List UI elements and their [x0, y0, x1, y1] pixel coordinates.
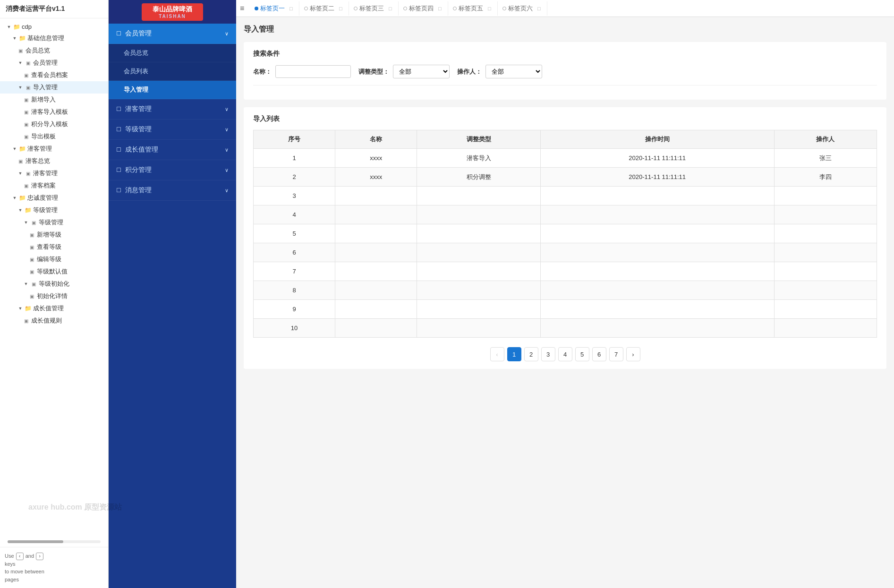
nav-item-points[interactable]: ☐ 积分管理 ∨: [109, 160, 236, 180]
sidebar-item-member-overview[interactable]: ▣ 会员总览: [0, 44, 108, 57]
sidebar-scrollbar[interactable]: [8, 540, 101, 543]
sidebar-item-prospect-template[interactable]: ▣ 潜客导入模板: [0, 106, 108, 118]
cell-time-5: [540, 224, 774, 243]
sidebar-item-import-manage[interactable]: ▼ ▣ 导入管理: [0, 81, 108, 94]
sidebar-item-growth[interactable]: ▼ 📁 成长值管理: [0, 302, 108, 315]
page-icon7: ▣: [23, 121, 29, 128]
table-header-row: 序号 名称 调整类型 操作时间 操作人: [254, 130, 877, 149]
sidebar-item-view-level[interactable]: ▣ 查看等级: [0, 241, 108, 253]
sidebar-item-member-manage[interactable]: ▼ ▣ 会员管理: [0, 57, 108, 69]
tab-close-1[interactable]: □: [288, 5, 294, 12]
table-row: 5: [254, 224, 877, 243]
cell-operator-8: [774, 281, 877, 300]
basic-info-label: 基础信息管理: [27, 34, 64, 43]
sidebar-item-prospect-manage2[interactable]: ▼ ▣ 潜客管理: [0, 167, 108, 179]
nav-label-message: 消息管理: [125, 186, 152, 195]
left-sidebar: 消费者运营平台v1.1 ▼ 📁 cdp ▼ 📁 基础信息管理 ▣ 会员总览 ▼ …: [0, 0, 109, 588]
cell-time-9: [540, 300, 774, 319]
type-select[interactable]: 全部 潜客导入 积分调整: [393, 65, 450, 78]
nav-item-growth[interactable]: ☐ 成长值管理 ∨: [109, 140, 236, 160]
tab-close-6[interactable]: □: [536, 5, 542, 12]
sidebar-item-level-init[interactable]: ▼ ▣ 等级初始化: [0, 278, 108, 290]
logo-title: 泰山品牌啤酒: [145, 5, 199, 14]
sidebar-item-loyalty[interactable]: ▼ 📁 忠诚度管理: [0, 192, 108, 204]
tab-6[interactable]: 标签页六 □: [498, 1, 547, 16]
tab-1[interactable]: 标签页一 □: [250, 1, 299, 16]
page-btn-6[interactable]: 6: [592, 347, 606, 361]
sidebar-item-level-default[interactable]: ▣ 等级默认值: [0, 265, 108, 278]
nav-item-member-list[interactable]: 会员列表: [109, 62, 236, 81]
sidebar-item-level-manage[interactable]: ▼ 📁 等级管理: [0, 204, 108, 216]
sidebar-item-prospect-overview[interactable]: ▣ 潜客总览: [0, 155, 108, 167]
tab-close-4[interactable]: □: [436, 5, 443, 12]
sidebar-item-view-member[interactable]: ▣ 查看会员档案: [0, 69, 108, 81]
nav-label-points: 积分管理: [125, 166, 152, 174]
search-row: 名称： 调整类型： 全部 潜客导入 积分调整 操作人： 全部: [253, 65, 877, 78]
checkbox-icon1: ☐: [116, 30, 121, 37]
sidebar-item-new-import[interactable]: ▣ 新增导入: [0, 94, 108, 106]
page-icon17: ▣: [30, 281, 37, 287]
sidebar-item-edit-level[interactable]: ▣ 编辑等级: [0, 253, 108, 265]
prospect-overview-label: 潜客总览: [26, 157, 50, 165]
name-input[interactable]: [275, 65, 351, 78]
cell-name-8: [335, 281, 417, 300]
col-header-name: 名称: [335, 130, 417, 149]
nav-item-level[interactable]: ☐ 等级管理 ∨: [109, 119, 236, 140]
tab-dot-1: [255, 7, 258, 10]
tab-2[interactable]: 标签页二 □: [299, 1, 349, 16]
nav-arrow3: ∨: [225, 127, 229, 133]
level-manage2-label: 等级管理: [39, 218, 63, 227]
page-btn-7[interactable]: 7: [609, 347, 623, 361]
arrow-down-icon10: ▼: [23, 281, 29, 287]
nav-item-prospect[interactable]: ☐ 潜客管理 ∨: [109, 99, 236, 119]
hamburger-icon[interactable]: ≡: [240, 4, 244, 13]
tab-close-5[interactable]: □: [486, 5, 493, 12]
arrow-down-icon4: ▼: [17, 84, 24, 91]
sidebar-root[interactable]: ▼ 📁 cdp: [0, 21, 108, 32]
sidebar-item-export-template[interactable]: ▣ 导出模板: [0, 130, 108, 143]
arrow-down-icon2: ▼: [11, 35, 18, 42]
page-title: 导入管理: [244, 25, 886, 34]
sidebar-item-init-detail[interactable]: ▣ 初始化详情: [0, 290, 108, 302]
page-icon15: ▣: [28, 256, 35, 263]
next-page-btn[interactable]: ›: [626, 347, 640, 361]
page-btn-5[interactable]: 5: [575, 347, 589, 361]
operator-select[interactable]: 全部 张三 李四: [485, 65, 542, 78]
tab-4[interactable]: 标签页四 □: [399, 1, 448, 16]
sidebar-item-basic-info[interactable]: ▼ 📁 基础信息管理: [0, 32, 108, 44]
page-btn-2[interactable]: 2: [524, 347, 538, 361]
nav-item-member-overview[interactable]: 会员总览: [109, 44, 236, 62]
nav-arrow6: ∨: [225, 187, 229, 194]
tab-3[interactable]: 标签页三 □: [349, 1, 399, 16]
page-btn-1[interactable]: 1: [507, 347, 521, 361]
sidebar-tree: ▼ 📁 cdp ▼ 📁 基础信息管理 ▣ 会员总览 ▼ ▣ 会员管理 ▣ 查看会…: [0, 18, 108, 537]
page-btn-3[interactable]: 3: [541, 347, 555, 361]
list-title: 导入列表: [253, 115, 877, 123]
sidebar-item-prospect-file[interactable]: ▣ 潜客档案: [0, 179, 108, 192]
nav-item-message[interactable]: ☐ 消息管理 ∨: [109, 180, 236, 201]
sidebar-item-points-template[interactable]: ▣ 积分导入模板: [0, 118, 108, 130]
prev-page-btn[interactable]: ‹: [490, 347, 504, 361]
level-init-label: 等级初始化: [39, 280, 69, 288]
tab-5[interactable]: 标签页五 □: [448, 1, 498, 16]
sidebar-item-prospect-manage[interactable]: ▼ 📁 潜客管理: [0, 143, 108, 155]
table-row: 2xxxx积分调整2020-11-11 11:11:11李四: [254, 168, 877, 187]
sidebar-item-level-manage2[interactable]: ▼ ▣ 等级管理: [0, 216, 108, 229]
sidebar-item-growth-rule[interactable]: ▣ 成长值规则: [0, 315, 108, 327]
page-btn-4[interactable]: 4: [558, 347, 572, 361]
page-icon8: ▣: [23, 133, 29, 140]
col-header-operator: 操作人: [774, 130, 877, 149]
col-header-time: 操作时间: [540, 130, 774, 149]
cell-operator-5: [774, 224, 877, 243]
tab-dot-3: [354, 7, 358, 10]
nav-item-member-manage[interactable]: ☐ 会员管理 ∨: [109, 24, 236, 44]
nav-item-import-manage[interactable]: 导入管理: [109, 81, 236, 99]
sidebar-item-new-level[interactable]: ▣ 新增等级: [0, 229, 108, 241]
cell-operator-1: 张三: [774, 149, 877, 168]
nav-label-member-overview: 会员总览: [124, 49, 148, 57]
cell-name-10: [335, 319, 417, 338]
tab-close-2[interactable]: □: [337, 5, 344, 12]
nav-arrow4: ∨: [225, 147, 229, 153]
cell-operator-4: [774, 205, 877, 224]
tab-close-3[interactable]: □: [387, 5, 393, 12]
